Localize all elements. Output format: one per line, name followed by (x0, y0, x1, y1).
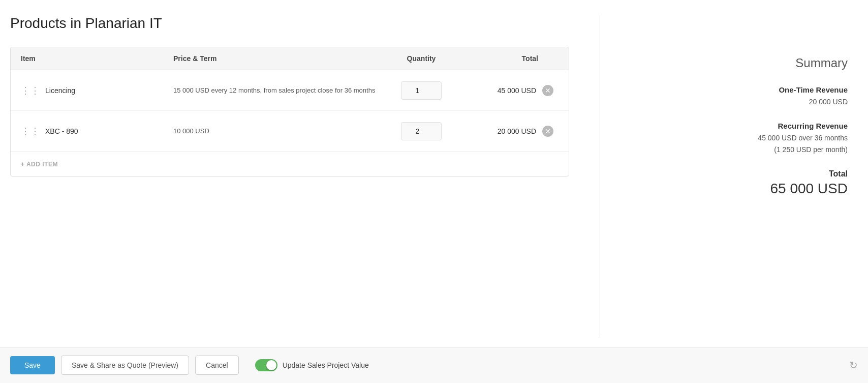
header-total: Total (467, 54, 559, 63)
toggle-wrapper: Update Sales Project Value (255, 359, 369, 371)
history-icon[interactable]: ↻ (849, 359, 858, 371)
total-value: 65 000 USD (631, 181, 848, 197)
total-amount-xbc: 20 000 USD (490, 127, 536, 135)
total-section: Total 65 000 USD (631, 169, 848, 197)
remove-button-xbc[interactable]: ✕ (542, 126, 553, 137)
footer: Save Save & Share as Quote (Preview) Can… (0, 347, 868, 383)
total-label: Total (631, 169, 848, 179)
recurring-revenue-section: Recurring Revenue 45 000 USD over 36 mon… (631, 122, 848, 155)
item-name-licencing: Licencing (45, 86, 75, 95)
total-cell-xbc: 20 000 USD ✕ (467, 126, 559, 137)
toggle-track (255, 359, 277, 371)
table-row: ⋮⋮ XBC - 890 10 000 USD 20 000 USD ✕ (11, 111, 569, 152)
toggle-thumb (266, 360, 276, 370)
add-item-row: + ADD ITEM (11, 152, 569, 176)
one-time-revenue-section: One-Time Revenue 20 000 USD (631, 85, 848, 107)
price-term-xbc: 10 000 USD (173, 126, 376, 136)
close-icon: ✕ (545, 86, 551, 95)
one-time-revenue-label: One-Time Revenue (631, 85, 848, 94)
summary-panel: Summary One-Time Revenue 20 000 USD Recu… (631, 15, 848, 337)
save-share-button[interactable]: Save & Share as Quote (Preview) (61, 356, 189, 375)
page-title: Products in Planarian IT (10, 15, 569, 32)
left-panel: Products in Planarian IT Item Price & Te… (10, 15, 569, 337)
table-header: Item Price & Term Quantity Total (11, 47, 569, 70)
quantity-cell-licencing (376, 81, 467, 100)
close-icon: ✕ (545, 127, 551, 135)
remove-button-licencing[interactable]: ✕ (542, 85, 553, 96)
item-cell-xbc: ⋮⋮ XBC - 890 (21, 126, 173, 137)
total-amount-licencing: 45 000 USD (490, 86, 536, 95)
save-button[interactable]: Save (10, 356, 55, 374)
table-row: ⋮⋮ Licencing 15 000 USD every 12 months,… (11, 70, 569, 111)
products-table: Item Price & Term Quantity Total ⋮⋮ Lice… (10, 47, 569, 176)
toggle-label: Update Sales Project Value (283, 361, 369, 369)
quantity-cell-xbc (376, 122, 467, 140)
one-time-revenue-value: 20 000 USD (631, 96, 848, 107)
header-price-term: Price & Term (173, 54, 376, 63)
recurring-revenue-value: 45 000 USD over 36 months (631, 132, 848, 143)
summary-title: Summary (631, 56, 848, 70)
quantity-input-xbc[interactable] (401, 122, 442, 140)
panel-divider (600, 15, 600, 337)
item-name-xbc: XBC - 890 (45, 127, 78, 135)
total-cell-licencing: 45 000 USD ✕ (467, 85, 559, 96)
cancel-button[interactable]: Cancel (195, 356, 239, 375)
drag-handle-icon[interactable]: ⋮⋮ (21, 85, 40, 96)
update-value-toggle[interactable] (255, 359, 277, 371)
recurring-revenue-label: Recurring Revenue (631, 122, 848, 130)
item-cell-licencing: ⋮⋮ Licencing (21, 85, 173, 96)
quantity-input-licencing[interactable] (401, 81, 442, 100)
price-term-licencing: 15 000 USD every 12 months, from sales p… (173, 85, 376, 96)
add-item-button[interactable]: + ADD ITEM (21, 161, 58, 168)
header-item: Item (21, 54, 173, 63)
header-quantity: Quantity (376, 54, 467, 63)
recurring-revenue-monthly: (1 250 USD per month) (631, 144, 848, 155)
drag-handle-icon[interactable]: ⋮⋮ (21, 126, 40, 137)
